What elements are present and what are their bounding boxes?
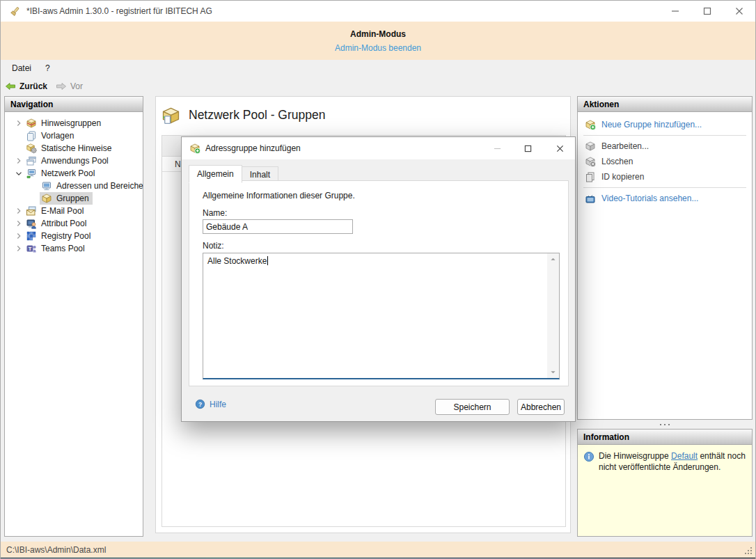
action-label: Neue Gruppe hinzufügen... (601, 120, 702, 129)
application-pool-icon (26, 155, 37, 166)
group-add-icon (585, 119, 596, 130)
chevron-right-icon[interactable] (13, 218, 24, 229)
note-label: Notiz: (203, 241, 224, 251)
nav-item-label: Registry Pool (41, 231, 90, 241)
dialog-close-button[interactable] (550, 141, 569, 156)
tab-allgemein[interactable]: Allgemein (189, 165, 242, 183)
back-button[interactable]: Zurück (1, 77, 52, 95)
navigation-header: Navigation (5, 97, 143, 112)
help-icon: ? (195, 399, 205, 409)
dialog-title: Adressgruppe hinzufügen (205, 143, 301, 153)
chevron-right-icon[interactable] (13, 155, 24, 166)
actions-list: Neue Gruppe hinzufügen...Bearbeiten...Lö… (578, 112, 752, 206)
panel-splitter-handle[interactable] (577, 420, 753, 429)
info-icon (583, 451, 594, 462)
note-textarea[interactable]: Alle Stockwerke (203, 253, 560, 379)
admin-mode-exit-link[interactable]: Admin-Modus beenden (1, 43, 755, 53)
help-label: Hilfe (210, 400, 226, 409)
action-label: Bearbeiten... (601, 141, 649, 151)
network-pool-groups-icon (162, 106, 180, 125)
action-video-tutorials-ansehen[interactable]: Video-Tutorials ansehen... (578, 191, 752, 206)
nav-item-label: Anwendungs Pool (41, 156, 109, 166)
nav-item-registry-pool[interactable]: Registry Pool (5, 230, 143, 242)
nav-item-label: Statische Hinweise (41, 143, 111, 153)
nav-item-teams-pool[interactable]: TTeams Pool (5, 242, 143, 255)
actions-panel: Aktionen Neue Gruppe hinzufügen...Bearbe… (577, 96, 753, 420)
notice-group-icon (26, 118, 37, 129)
add-address-group-dialog: Adressgruppe hinzufügen Allgemein Inhalt… (181, 136, 576, 422)
text-caret (267, 256, 268, 265)
action-neue-gruppe-hinzufügen[interactable]: Neue Gruppe hinzufügen... (578, 117, 752, 132)
scroll-down-icon[interactable] (547, 366, 559, 378)
menu-bar: Datei ? (1, 60, 755, 77)
chevron-right-icon[interactable] (13, 118, 24, 129)
minimize-button[interactable] (664, 3, 686, 19)
nav-item-anwendungs-pool[interactable]: Anwendungs Pool (5, 155, 143, 167)
page-title: Netzwerk Pool - Gruppen (189, 108, 325, 123)
admin-mode-title: Admin-Modus (1, 29, 755, 39)
separator (583, 135, 746, 136)
nav-item-label: Teams Pool (41, 244, 85, 253)
window-title: *IBI-aws Admin 1.30.0 - registriert für … (26, 6, 212, 16)
network-pool-icon (26, 168, 37, 179)
app-logo-icon (9, 6, 21, 17)
back-arrow-icon (5, 81, 16, 92)
nav-item-adressen-und-bereiche[interactable]: Adressen und Bereiche (5, 180, 143, 192)
nav-item-label: Vorlagen (41, 131, 74, 141)
cancel-button[interactable]: Abbrechen (517, 399, 565, 415)
nav-item-label: Attribut Pool (41, 219, 86, 228)
nav-item-attribut-pool[interactable]: Attribut Pool (5, 217, 143, 230)
information-message: Die Hinweisgruppe Default enthält noch n… (599, 450, 746, 536)
separator (583, 187, 746, 188)
information-body: Die Hinweisgruppe Default enthält noch n… (578, 445, 752, 536)
chevron-right-icon[interactable] (13, 230, 24, 242)
title-bar: *IBI-aws Admin 1.30.0 - registriert für … (1, 1, 755, 22)
nav-toolbar: Zurück Vor (1, 77, 755, 95)
nav-item-label: Netzwerk Pool (41, 168, 95, 178)
video-tutorials-icon (585, 193, 596, 204)
nav-item-vorlagen[interactable]: Vorlagen (5, 129, 143, 142)
email-pool-icon (26, 205, 37, 216)
nav-item-label: Adressen und Bereiche (56, 181, 143, 191)
teams-pool-icon: T (26, 243, 37, 254)
help-link[interactable]: ? Hilfe (195, 399, 226, 409)
default-group-link[interactable]: Default (671, 451, 698, 461)
action-bearbeiten: Bearbeiten... (578, 139, 752, 154)
nav-item-e-mail-pool[interactable]: E-Mail Pool (5, 205, 143, 217)
menu-help[interactable]: ? (38, 60, 57, 77)
dialog-tab-page: Allgemeine Informationen dieser Gruppe. … (189, 180, 569, 386)
actions-header: Aktionen (578, 97, 752, 112)
maximize-button[interactable] (696, 3, 718, 19)
group-box-icon (41, 193, 52, 204)
chevron-down-icon[interactable] (13, 168, 24, 179)
chevron-right-icon[interactable] (13, 243, 24, 254)
dialog-title-bar: Adressgruppe hinzufügen (182, 137, 575, 159)
nav-item-statische-hinweise[interactable]: Statische Hinweise (5, 142, 143, 155)
copy-id-icon (585, 171, 596, 182)
page-title-row: Netzwerk Pool - Gruppen (162, 106, 325, 125)
nav-item-gruppen[interactable]: Gruppen (5, 192, 143, 205)
back-label: Zurück (19, 81, 47, 91)
close-button[interactable] (728, 3, 750, 19)
nav-item-netzwerk-pool[interactable]: Netzwerk Pool (5, 167, 143, 180)
forward-button[interactable]: Vor (52, 77, 87, 95)
scroll-up-icon[interactable] (547, 253, 559, 265)
registry-pool-icon (26, 230, 37, 242)
chevron-right-icon[interactable] (13, 205, 24, 216)
admin-mode-banner: Admin-Modus Admin-Modus beenden (1, 22, 755, 60)
dialog-maximize-button[interactable] (518, 141, 537, 156)
note-text: Alle Stockwerke (207, 256, 268, 267)
svg-text:T: T (29, 246, 32, 252)
group-add-icon (189, 143, 200, 154)
note-scrollbar[interactable] (547, 253, 559, 378)
menu-datei[interactable]: Datei (5, 60, 38, 77)
nav-item-hinweisgruppen[interactable]: Hinweisgruppen (5, 117, 143, 129)
name-input[interactable] (203, 219, 353, 234)
action-id-kopieren: ID kopieren (578, 169, 752, 184)
dialog-minimize-button (487, 141, 507, 156)
information-panel: Information Die Hinweisgruppe Default en… (577, 429, 753, 537)
templates-icon (26, 130, 37, 141)
group-delete-icon (585, 156, 596, 167)
resize-grip[interactable] (745, 547, 753, 555)
save-button[interactable]: Speichern (435, 399, 510, 415)
